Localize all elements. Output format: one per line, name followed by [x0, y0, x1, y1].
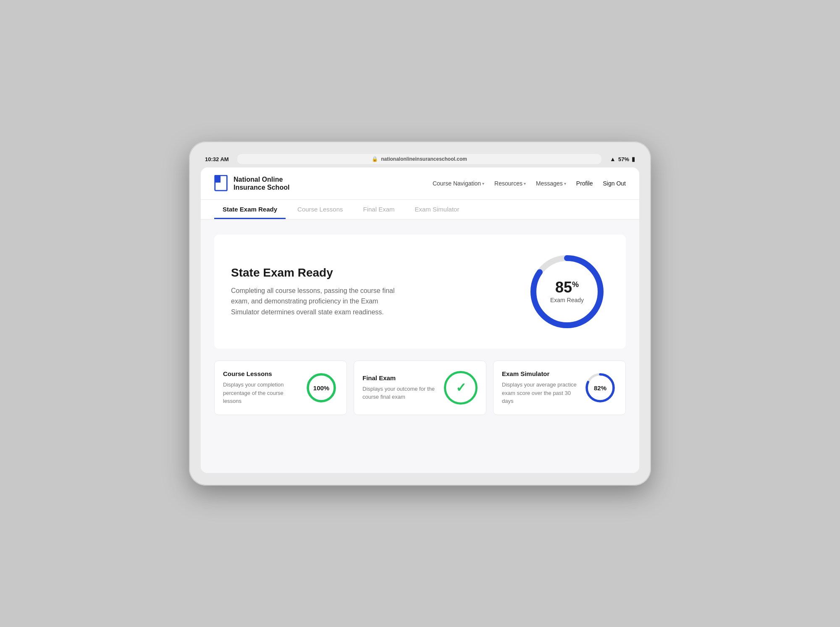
nav-resources[interactable]: Resources ▾ — [494, 180, 526, 187]
status-bar: 10:32 AM 🔒 nationalonlineinsuranceschool… — [201, 154, 639, 167]
tablet-frame: 10:32 AM 🔒 nationalonlineinsuranceschool… — [189, 141, 651, 486]
exam-simulator-circle: 82% — [583, 371, 617, 405]
checkmark-icon: ✓ — [456, 380, 466, 395]
url: nationalonlineinsuranceschool.com — [381, 156, 467, 162]
donut-label: Exam Ready — [550, 297, 584, 303]
nav-course-navigation[interactable]: Course Navigation ▾ — [433, 180, 484, 187]
card-course-lessons-desc: Displays your completion percentage of t… — [223, 381, 299, 405]
status-icons: ▲ 57% ▮ — [610, 156, 635, 162]
tab-state-exam-ready[interactable]: State Exam Ready — [214, 200, 286, 219]
chevron-icon: ▾ — [524, 181, 526, 186]
card-course-lessons: Course Lessons Displays your completion … — [214, 361, 347, 415]
course-lessons-value: 100% — [313, 384, 329, 391]
card-exam-simulator: Exam Simulator Displays your average pra… — [493, 361, 626, 415]
tabs: State Exam Ready Course Lessons Final Ex… — [201, 200, 639, 219]
card-exam-simulator-title: Exam Simulator — [502, 370, 578, 377]
nav-sign-out[interactable]: Sign Out — [603, 180, 626, 187]
battery-icon: ▮ — [632, 156, 635, 162]
chevron-icon: ▾ — [482, 181, 484, 186]
chevron-icon: ▾ — [564, 181, 566, 186]
time: 10:32 AM — [205, 156, 229, 162]
exam-simulator-value: 82% — [594, 384, 606, 391]
final-exam-check: ✓ — [444, 371, 478, 405]
hero-text: State Exam Ready Completing all course l… — [231, 266, 407, 318]
logo-text: National Online Insurance School — [234, 175, 289, 191]
logo-area: National Online Insurance School — [214, 175, 289, 192]
navbar: National Online Insurance School Course … — [201, 167, 639, 200]
hero-title: State Exam Ready — [231, 266, 407, 280]
card-exam-simulator-text: Exam Simulator Displays your average pra… — [502, 370, 578, 405]
tab-exam-simulator[interactable]: Exam Simulator — [407, 200, 468, 219]
donut-center: 85% Exam Ready — [550, 280, 584, 303]
wifi-icon: ▲ — [610, 156, 616, 162]
svg-rect-1 — [215, 175, 220, 183]
hero-description: Completing all course lessons, passing t… — [231, 285, 407, 318]
donut-percent: 85% — [550, 280, 584, 295]
card-course-lessons-title: Course Lessons — [223, 370, 299, 377]
card-final-exam-text: Final Exam Displays your outcome for the… — [362, 374, 438, 401]
cards-row: Course Lessons Displays your completion … — [214, 361, 626, 415]
card-course-lessons-text: Course Lessons Displays your completion … — [223, 370, 299, 405]
tab-course-lessons[interactable]: Course Lessons — [289, 200, 351, 219]
tab-final-exam[interactable]: Final Exam — [354, 200, 403, 219]
hero-section: State Exam Ready Completing all course l… — [214, 235, 626, 349]
card-final-exam-title: Final Exam — [362, 374, 438, 381]
main-content: State Exam Ready Completing all course l… — [201, 219, 639, 473]
lock-icon: 🔒 — [372, 156, 378, 162]
nav-messages[interactable]: Messages ▾ — [536, 180, 566, 187]
logo-icon — [214, 175, 228, 192]
course-lessons-circle: 100% — [304, 371, 338, 405]
card-exam-simulator-desc: Displays your average practice exam scor… — [502, 381, 578, 405]
card-final-exam-desc: Displays your outcome for the course fin… — [362, 385, 438, 401]
nav-links: Course Navigation ▾ Resources ▾ Messages… — [433, 180, 626, 187]
screen: National Online Insurance School Course … — [201, 167, 639, 473]
card-final-exam: Final Exam Displays your outcome for the… — [354, 361, 486, 415]
battery-percent: 57% — [618, 156, 629, 162]
nav-profile[interactable]: Profile — [576, 180, 593, 187]
exam-ready-donut: 85% Exam Ready — [525, 250, 609, 334]
